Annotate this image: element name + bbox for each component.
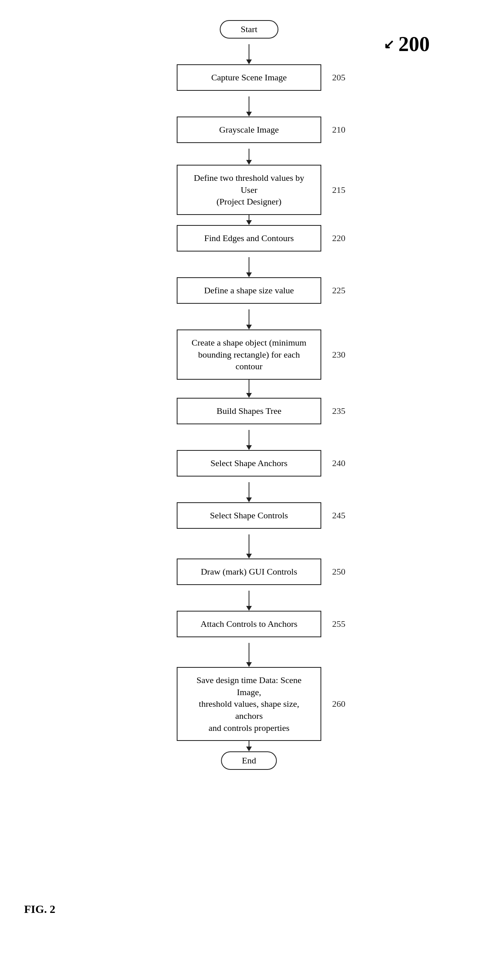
fig-label: FIG. 2: [24, 903, 55, 916]
diagram-number: ↙ 200: [384, 32, 430, 56]
svg-marker-19: [246, 554, 252, 559]
step-245: 245: [332, 509, 345, 522]
curved-arrow-icon: ↙: [384, 37, 394, 52]
box-255: Attach Controls to Anchors 255: [177, 611, 321, 637]
box-250-text: Draw (mark) GUI Controls: [201, 567, 297, 577]
svg-marker-23: [246, 662, 252, 667]
end-terminal: End: [221, 751, 277, 770]
box-235: Build Shapes Tree 235: [177, 398, 321, 424]
step-215: 215: [332, 184, 345, 196]
svg-marker-15: [246, 445, 252, 450]
box-210-text: Grayscale Image: [219, 125, 279, 135]
svg-marker-21: [246, 606, 252, 611]
box-250: Draw (mark) GUI Controls 250: [177, 559, 321, 585]
box-215: Define two threshold values by User(Proj…: [177, 165, 321, 215]
start-terminal: Start: [220, 20, 278, 39]
svg-marker-7: [246, 220, 252, 225]
step-230: 230: [332, 349, 345, 361]
svg-marker-25: [246, 747, 252, 751]
box-205-text: Capture Scene Image: [211, 72, 287, 82]
box-245-text: Select Shape Controls: [210, 510, 288, 520]
box-235-text: Build Shapes Tree: [216, 406, 281, 416]
step-220: 220: [332, 232, 345, 244]
box-210: Grayscale Image 210: [177, 117, 321, 143]
step-240: 240: [332, 457, 345, 469]
svg-marker-9: [246, 272, 252, 277]
step-210: 210: [332, 124, 345, 136]
svg-marker-1: [246, 59, 252, 64]
box-255-text: Attach Controls to Anchors: [200, 619, 297, 629]
start-label: Start: [241, 24, 257, 34]
flowchart-arrows: [0, 0, 498, 980]
end-label: End: [242, 755, 256, 765]
step-205: 205: [332, 72, 345, 84]
box-240: Select Shape Anchors 240: [177, 450, 321, 477]
svg-marker-17: [246, 497, 252, 502]
box-240-text: Select Shape Anchors: [210, 458, 288, 468]
svg-marker-5: [246, 160, 252, 165]
box-225: Define a shape size value 225: [177, 277, 321, 304]
diagram-container: ↙ 200 FIG. 2: [0, 0, 498, 980]
box-225-text: Define a shape size value: [204, 285, 294, 295]
diagram-number-label: 200: [398, 32, 430, 56]
step-225: 225: [332, 284, 345, 297]
box-260: Save design time Data: Scene Image,thres…: [177, 667, 321, 741]
svg-marker-11: [246, 325, 252, 329]
step-250: 250: [332, 566, 345, 578]
box-205: Capture Scene Image 205: [177, 64, 321, 91]
box-220: Find Edges and Contours 220: [177, 225, 321, 252]
box-260-text: Save design time Data: Scene Image,thres…: [196, 675, 301, 733]
box-245: Select Shape Controls 245: [177, 502, 321, 529]
svg-marker-13: [246, 393, 252, 398]
svg-marker-3: [246, 112, 252, 117]
box-215-text: Define two threshold values by User(Proj…: [194, 173, 304, 207]
step-235: 235: [332, 405, 345, 417]
box-220-text: Find Edges and Contours: [204, 233, 294, 243]
step-255: 255: [332, 618, 345, 630]
box-230: Create a shape object (minimumbounding r…: [177, 329, 321, 380]
box-230-text: Create a shape object (minimumbounding r…: [192, 338, 306, 371]
step-260: 260: [332, 698, 345, 710]
